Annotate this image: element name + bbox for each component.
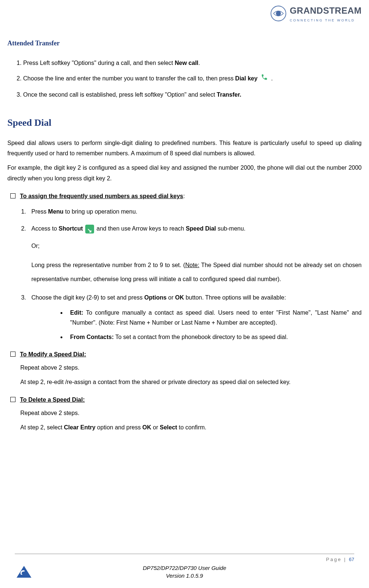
page-number: Page | 67 [15, 556, 354, 564]
option-from-contacts: From Contacts: To set a contact from the… [66, 332, 362, 342]
svg-point-1 [276, 11, 281, 16]
brand-tagline: CONNECTING THE WORLD [290, 18, 362, 23]
assign-step-1: Press Menu to bring up operation menu. [28, 206, 362, 217]
assign-options-list: Edit: To configure manually a contact as… [31, 308, 362, 342]
assign-step-2-or: Or; [31, 241, 362, 252]
checkbox-bullet-icon [10, 352, 15, 357]
modify-section: To Modify a Speed Dial: [7, 350, 362, 359]
assign-header: To assign the frequently used numbers as… [20, 193, 183, 199]
checkbox-bullet-icon [10, 193, 15, 198]
option-edit: Edit: To configure manually a contact as… [66, 308, 362, 328]
grandstream-logo-icon [270, 5, 287, 22]
delete-body: Repeat above 2 steps. At step 2, select … [7, 408, 362, 433]
modify-header: To Modify a Speed Dial: [20, 351, 86, 357]
speed-dial-intro-1: Speed dial allows users to perform singl… [7, 138, 362, 159]
modify-line-1: Repeat above 2 steps. [20, 363, 362, 373]
speed-dial-intro-2: For example, the digit key 2 is configur… [7, 163, 362, 184]
attended-step-3: 3. Once the second call is established, … [17, 90, 362, 100]
assign-steps-list: Press Menu to bring up operation menu. A… [7, 206, 362, 342]
delete-line-1: Repeat above 2 steps. [20, 408, 362, 419]
brand-name: GRANDSTREAM [290, 4, 362, 18]
footer-version: Version 1.0.5.9 [143, 572, 226, 580]
delete-line-2: At step 2, select Clear Entry option and… [20, 422, 362, 433]
delete-header: To Delete a Speed Dial: [20, 397, 85, 403]
footer-logo-icon [15, 564, 33, 579]
attended-step-2: 2. Choose the line and enter the number … [17, 73, 362, 84]
delete-section: To Delete a Speed Dial: [7, 395, 362, 405]
attended-step-1: 1. Press Left softkey "Options" during a… [17, 58, 362, 69]
speed-dial-heading: Speed Dial [7, 115, 362, 131]
footer-doc-info: DP752/DP722/DP730 User Guide Version 1.0… [143, 564, 226, 580]
assign-section: To assign the frequently used numbers as… [7, 191, 362, 201]
attended-transfer-steps: 1. Press Left softkey "Options" during a… [7, 58, 362, 100]
brand-logo: GRANDSTREAM CONNECTING THE WORLD [270, 4, 362, 23]
assign-step-3: Choose the digit key (2-9) to set and pr… [28, 292, 362, 342]
dial-key-phone-icon [260, 73, 269, 84]
attended-transfer-heading: Attended Transfer [7, 38, 362, 49]
page-footer: Page | 67 DP752/DP722/DP730 User Guide V… [15, 554, 354, 587]
modify-line-2: At step 2, re-edit /re-assign a contact … [20, 377, 362, 388]
shortcut-icon [85, 225, 94, 234]
checkbox-bullet-icon [10, 397, 15, 402]
assign-step-2-longpress: Long press the representative number fro… [31, 258, 362, 287]
modify-body: Repeat above 2 steps. At step 2, re-edit… [7, 363, 362, 388]
page-header: GRANDSTREAM CONNECTING THE WORLD [0, 4, 369, 31]
footer-doc-title: DP752/DP722/DP730 User Guide [143, 564, 226, 572]
assign-step-2: Access to Shortcut and then use Arrow ke… [28, 223, 362, 287]
